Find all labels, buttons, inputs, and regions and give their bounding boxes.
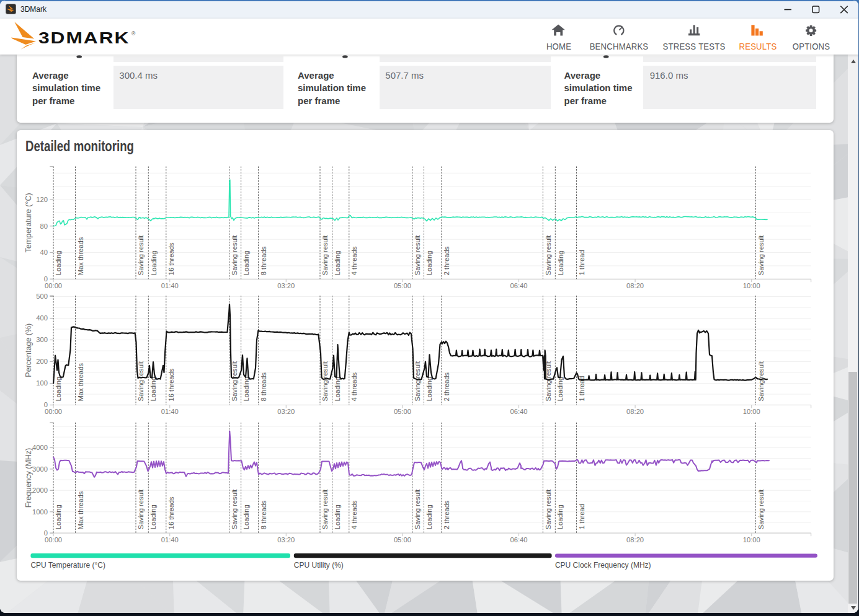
svg-text:2 threads: 2 threads <box>443 500 450 529</box>
svg-text:Loading: Loading <box>150 377 158 402</box>
svg-text:Loading: Loading <box>243 250 250 275</box>
svg-text:Percentage (%): Percentage (%) <box>24 323 33 377</box>
svg-text:CPU Utility (%): CPU Utility (%) <box>294 561 344 570</box>
svg-text:Saving result: Saving result <box>321 235 329 276</box>
svg-text:4 threads: 4 threads <box>350 246 358 275</box>
svg-text:1000: 1000 <box>32 508 48 516</box>
svg-text:06:40: 06:40 <box>510 536 528 543</box>
svg-text:Saving result: Saving result <box>414 235 421 276</box>
svg-text:05:00: 05:00 <box>394 282 411 289</box>
svg-text:Loading: Loading <box>425 250 433 275</box>
svg-text:Loading: Loading <box>334 250 341 275</box>
svg-text:Loading: Loading <box>55 377 62 402</box>
svg-text:10:00: 10:00 <box>743 408 760 415</box>
svg-text:16 threads: 16 threads <box>167 496 175 529</box>
svg-text:Saving result: Saving result <box>321 361 329 402</box>
svg-text:Loading: Loading <box>334 377 341 402</box>
svg-text:Saving result: Saving result <box>137 235 145 276</box>
svg-text:100: 100 <box>36 379 48 387</box>
svg-text:2 threads: 2 threads <box>443 372 450 401</box>
svg-text:Loading: Loading <box>334 504 341 529</box>
svg-text:Saving result: Saving result <box>545 235 552 276</box>
svg-text:Saving result: Saving result <box>545 489 552 530</box>
svg-text:Saving result: Saving result <box>137 489 145 530</box>
svg-text:4 threads: 4 threads <box>350 372 358 401</box>
svg-text:200: 200 <box>36 358 48 365</box>
svg-text:06:40: 06:40 <box>510 408 528 415</box>
svg-text:05:00: 05:00 <box>394 536 411 543</box>
svg-text:03:20: 03:20 <box>277 536 295 543</box>
svg-text:0: 0 <box>44 401 48 408</box>
svg-text:Saving result: Saving result <box>231 361 238 402</box>
svg-text:Loading: Loading <box>557 504 564 529</box>
svg-text:01:40: 01:40 <box>161 536 179 543</box>
svg-text:08:20: 08:20 <box>626 408 644 415</box>
svg-text:4 threads: 4 threads <box>350 500 358 529</box>
svg-text:Loading: Loading <box>55 250 62 275</box>
svg-text:Loading: Loading <box>425 504 433 529</box>
svg-text:Frequency (MHz): Frequency (MHz) <box>24 448 33 508</box>
svg-text:1 thread: 1 thread <box>578 250 585 275</box>
svg-text:16 threads: 16 threads <box>167 368 175 401</box>
svg-text:Saving result: Saving result <box>231 489 238 530</box>
svg-text:2 threads: 2 threads <box>443 246 450 275</box>
svg-text:Saving result: Saving result <box>231 235 238 276</box>
svg-text:40: 40 <box>40 249 48 256</box>
svg-text:10:00: 10:00 <box>743 282 760 289</box>
svg-text:Max threads: Max threads <box>77 363 84 402</box>
svg-text:Saving result: Saving result <box>757 361 765 402</box>
svg-text:Saving result: Saving result <box>757 235 765 276</box>
svg-text:Max threads: Max threads <box>77 491 84 529</box>
svg-text:03:20: 03:20 <box>277 282 295 289</box>
svg-text:Loading: Loading <box>243 504 250 529</box>
svg-text:Loading: Loading <box>557 250 564 275</box>
svg-text:Loading: Loading <box>55 504 62 529</box>
svg-text:01:40: 01:40 <box>161 408 179 415</box>
svg-text:Loading: Loading <box>150 504 158 529</box>
svg-text:01:40: 01:40 <box>161 282 179 289</box>
svg-text:16 threads: 16 threads <box>167 242 175 275</box>
svg-text:00:00: 00:00 <box>45 536 62 543</box>
svg-text:1 thread: 1 thread <box>578 504 585 529</box>
svg-text:Saving result: Saving result <box>545 361 552 402</box>
svg-text:0: 0 <box>44 529 48 537</box>
svg-text:Max threads: Max threads <box>77 237 84 275</box>
svg-text:4000: 4000 <box>32 444 48 451</box>
svg-text:Loading: Loading <box>425 377 433 402</box>
svg-text:400: 400 <box>36 314 48 322</box>
svg-text:Loading: Loading <box>243 377 250 402</box>
svg-text:0: 0 <box>44 275 48 283</box>
svg-text:08:20: 08:20 <box>626 282 644 289</box>
svg-text:06:40: 06:40 <box>510 282 528 289</box>
svg-text:Loading: Loading <box>150 250 158 275</box>
svg-text:3000: 3000 <box>32 465 48 473</box>
svg-text:Saving result: Saving result <box>321 489 329 530</box>
svg-text:500: 500 <box>36 293 48 300</box>
svg-text:08:20: 08:20 <box>626 536 644 543</box>
svg-text:00:00: 00:00 <box>45 282 62 289</box>
svg-text:CPU Clock Frequency (MHz): CPU Clock Frequency (MHz) <box>555 561 651 570</box>
svg-text:Saving result: Saving result <box>414 489 421 530</box>
svg-text:Saving result: Saving result <box>414 361 421 402</box>
svg-text:00:00: 00:00 <box>45 408 62 415</box>
svg-text:Saving result: Saving result <box>137 361 145 402</box>
svg-text:8 threads: 8 threads <box>260 500 267 529</box>
svg-text:8 threads: 8 threads <box>260 246 267 275</box>
svg-text:CPU Temperature (°C): CPU Temperature (°C) <box>30 561 105 570</box>
svg-text:Loading: Loading <box>557 377 564 402</box>
svg-text:10:00: 10:00 <box>743 536 760 543</box>
svg-text:Saving result: Saving result <box>757 489 765 530</box>
svg-text:8 threads: 8 threads <box>260 372 267 401</box>
svg-text:1 thread: 1 thread <box>578 376 585 401</box>
svg-text:300: 300 <box>36 336 48 343</box>
svg-text:2000: 2000 <box>32 486 48 494</box>
svg-text:05:00: 05:00 <box>394 408 411 415</box>
svg-text:120: 120 <box>36 196 48 203</box>
svg-text:03:20: 03:20 <box>277 408 295 415</box>
svg-text:Temperature (°C): Temperature (°C) <box>24 193 33 252</box>
svg-text:80: 80 <box>40 222 48 230</box>
